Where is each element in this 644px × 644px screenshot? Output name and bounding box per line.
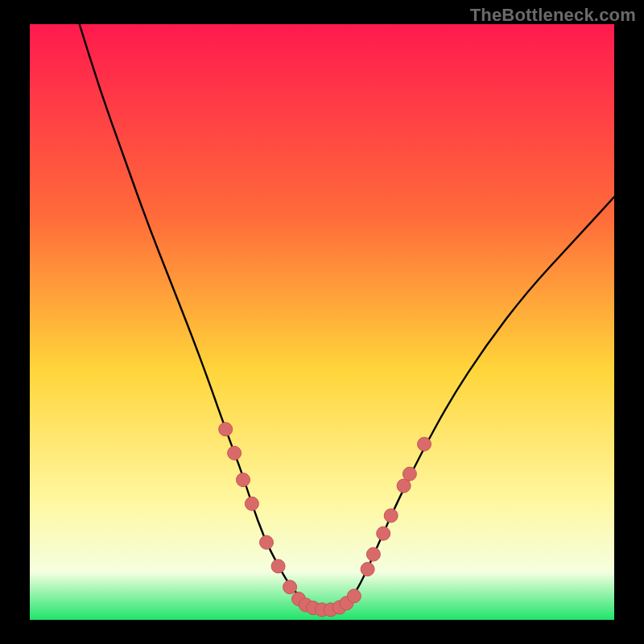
curve-marker <box>377 526 390 540</box>
chart-svg <box>0 0 644 644</box>
curve-marker <box>347 589 361 603</box>
curve-marker <box>283 580 297 594</box>
plot-background <box>30 24 614 620</box>
curve-marker <box>418 437 431 451</box>
curve-marker <box>260 535 274 549</box>
curve-marker <box>384 509 398 522</box>
curve-marker <box>361 563 374 576</box>
curve-marker <box>402 467 416 481</box>
chart-stage: TheBottleneck.com <box>0 0 644 644</box>
curve-marker <box>245 497 258 510</box>
curve-marker <box>228 446 242 460</box>
curve-marker <box>219 423 233 436</box>
curve-marker <box>271 559 285 573</box>
curve-marker <box>366 547 380 561</box>
curve-marker <box>237 473 250 487</box>
watermark-text: TheBottleneck.com <box>470 5 636 26</box>
